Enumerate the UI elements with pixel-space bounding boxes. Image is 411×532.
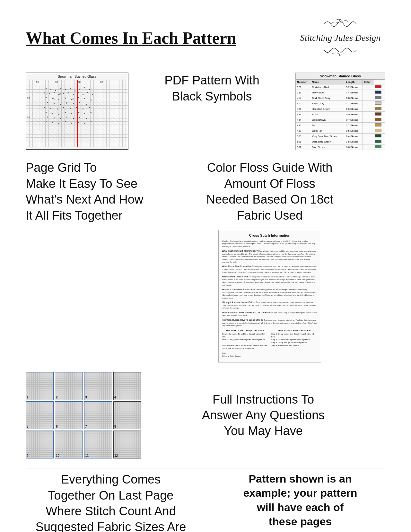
- page-grid-section: 123456789101112 Full Instructions ToAnsw…: [26, 372, 385, 458]
- floss-row: 501Dark Blue Green1.5 Skeins: [296, 139, 385, 144]
- color-swatch: [375, 107, 381, 110]
- thumb-num: 3: [85, 396, 87, 399]
- floss-table-title: Snowman Stained Glass: [296, 73, 385, 80]
- page-grid-description: Page Grid ToMake It Easy To SeeWhat's Ne…: [26, 160, 148, 223]
- full-stitch-col: How To Do A Full Cross Stitch Step 1: Go…: [271, 329, 318, 350]
- thumb-inner: [26, 372, 53, 400]
- red-center-line: [77, 80, 78, 147]
- color-swatch: [375, 145, 381, 148]
- doc-signature: JulesStitching Jules Design: [222, 352, 318, 357]
- floss-data-table: Number Name Length Color 321Christmas Re…: [296, 80, 385, 150]
- floss-table: Snowman Stained Glass Number Name Length…: [295, 73, 385, 150]
- doc-para-5: Why Are There Blank Stitches? Some of my…: [222, 288, 318, 299]
- page-title: What Comes In Each Pattern: [26, 29, 236, 48]
- full-stitch-steps: Step 1: Go up needle and floss through b…: [271, 333, 318, 347]
- floss-row: 336Navy Blue1.4 Skeins: [296, 90, 385, 95]
- doc-para-1: Whether this is the first cross stitch p…: [222, 239, 318, 248]
- color-swatch: [375, 134, 381, 137]
- thumbnail-9: 9: [26, 431, 54, 458]
- thumb-inner: [84, 402, 112, 429]
- color-swatch: [375, 91, 381, 94]
- page: What Comes In Each Pattern Stitching Jul…: [0, 0, 411, 532]
- flourish-top-icon: [321, 16, 360, 32]
- thumb-num: 6: [56, 425, 58, 428]
- bottom-right-text: Pattern shown is anexample; your pattern…: [215, 472, 385, 528]
- thumb-inner: [55, 402, 83, 429]
- doc-title: Cross Stitch Information: [222, 233, 318, 237]
- right-content: Color Floss Guide WithAmount Of FlossNee…: [148, 160, 385, 362]
- floss-row: 500Very Dark Blue Green0.4 Skeins: [296, 134, 385, 139]
- thumbnail-7: 7: [84, 401, 112, 429]
- floss-row: 415Pearl Gray1.1 Skeins: [296, 101, 385, 106]
- thumb-num: 12: [114, 454, 118, 458]
- half-stitch-title: How To Do A Two (Half) Cross Stitch: [222, 329, 268, 332]
- logo-area: Stitching Jules Design: [295, 16, 385, 60]
- thumb-num: 7: [85, 425, 87, 428]
- full-stitch-title: How To Do A Full Cross Stitch: [271, 329, 318, 332]
- thumbnail-3: 3: [84, 372, 112, 400]
- thumb-num: 4: [114, 396, 116, 399]
- col-name: Name: [311, 80, 345, 84]
- thumbnail-6: 6: [55, 401, 83, 429]
- floss-row: 436Tan1.2 Skeins: [296, 123, 385, 128]
- pattern-image: Snowman Stained Glass 50 60 70 80 10 20: [26, 73, 128, 150]
- color-swatch: [375, 118, 381, 121]
- thumb-inner: [26, 402, 53, 429]
- flourish-bottom-icon: [321, 44, 360, 60]
- thumbnail-1: 1: [26, 372, 54, 400]
- doc-para-4: How Should I Stitch This? If you prefer …: [222, 275, 318, 286]
- thumbnail-2: 2: [55, 372, 83, 400]
- thumbnail-8: 8: [113, 401, 141, 429]
- thumb-inner: [114, 402, 141, 429]
- thumb-num: 10: [56, 454, 59, 458]
- floss-row: 321Christmas Red3.2 Skeins: [296, 84, 385, 90]
- floss-row: 437Light Tan0.5 Skeins: [296, 128, 385, 134]
- thumbnail-5: 5: [26, 401, 54, 429]
- floss-row: 433Brown0.9 Skeins: [296, 112, 385, 117]
- doc-para-3: What Floss Should You Use? I designed th…: [222, 265, 318, 274]
- color-swatch: [375, 112, 381, 116]
- color-swatch: [375, 101, 381, 105]
- doc-para-7: Where Should I Start My Pattern On The F…: [222, 311, 318, 317]
- pdf-pattern-label: PDF Pattern WithBlack Symbols: [128, 73, 295, 104]
- color-swatch: [375, 140, 381, 143]
- full-instructions-label: Full Instructions ToAnswer Any Questions…: [141, 392, 385, 439]
- thumb-num: 11: [85, 454, 89, 458]
- col-color: Color: [363, 80, 374, 84]
- doc-para-2: What Fabric Should You Choose? It's my b…: [222, 249, 318, 263]
- color-swatch: [375, 129, 381, 132]
- thumb-num: 9: [27, 454, 29, 458]
- stitch-diagrams: How To Do A Two (Half) Cross Stitch Step…: [222, 329, 318, 350]
- floss-guide-label: Color Floss Guide WithAmount Of FlossNee…: [206, 160, 333, 223]
- half-stitch-col: How To Do A Two (Half) Cross Stitch Step…: [222, 329, 268, 350]
- page-grid-thumbnails: 123456789101112: [26, 372, 141, 458]
- thumb-inner: [55, 372, 83, 400]
- thumbnail-10: 10: [55, 431, 83, 458]
- middle-section: Page Grid ToMake It Easy To SeeWhat's Ne…: [26, 160, 385, 362]
- thumb-inner: [26, 431, 53, 458]
- floss-row: 502Blue Green0.8 Skeins: [296, 144, 385, 150]
- floss-row: 434Light Brown0.7 Skeins: [296, 117, 385, 123]
- col-number: Number: [296, 80, 311, 84]
- thumb-num: 5: [27, 425, 29, 428]
- thumbnail-12: 12: [113, 431, 141, 458]
- thumbnail-11: 11: [84, 431, 112, 458]
- header: What Comes In Each Pattern Stitching Jul…: [26, 16, 385, 60]
- bottom-section: Everything ComesTogether On Last PageWhe…: [26, 468, 385, 532]
- section-pdf-row: Snowman Stained Glass 50 60 70 80 10 20: [26, 73, 385, 150]
- floss-row: 414Dark Steel Gray0.8 Skeins: [296, 95, 385, 101]
- thumb-inner: [84, 372, 112, 400]
- bottom-left-text: Everything ComesTogether On Last PageWhe…: [26, 472, 196, 532]
- instructions-doc: Cross Stitch Information Whether this is…: [218, 230, 321, 362]
- color-swatch: [375, 85, 381, 88]
- logo-text: Stitching Jules Design: [295, 32, 385, 44]
- thumb-num: 1: [27, 396, 29, 399]
- half-stitch-steps: Step 1: Go up needle and floss through b…: [222, 333, 268, 350]
- pattern-image-title: Snowman Stained Glass: [26, 73, 128, 80]
- doc-para-8: How Can I Learn How To Cross Stitch? The…: [222, 318, 318, 327]
- svg-point-1: [339, 54, 341, 56]
- thumbnail-4: 4: [113, 372, 141, 400]
- thumbnails-grid: 123456789101112: [26, 372, 141, 458]
- pattern-grid: 50 60 70 80 10 20: [26, 80, 128, 147]
- thumb-inner: [114, 372, 141, 400]
